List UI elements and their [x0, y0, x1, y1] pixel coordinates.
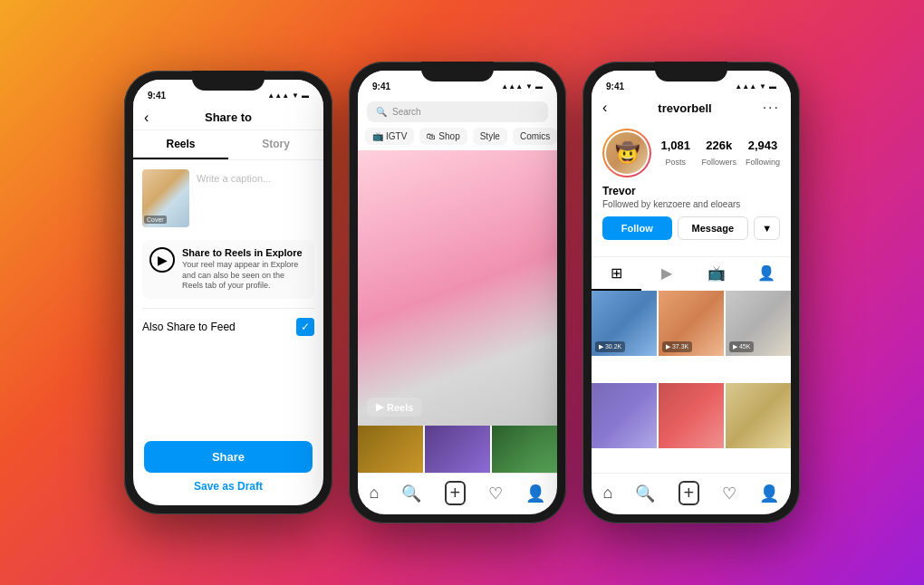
style-label: Style	[480, 131, 500, 141]
igtv-label: IGTV	[386, 131, 407, 141]
status-icons-3: ▲▲▲ ▼ ▬	[735, 82, 776, 91]
tab-story[interactable]: Story	[228, 130, 323, 159]
profile-name: Trevor	[602, 185, 780, 197]
cover-thumbnail[interactable]: Cover	[142, 169, 189, 227]
message-button[interactable]: Message	[678, 216, 749, 240]
header-title: Share to	[205, 110, 252, 124]
more-options-button[interactable]: ···	[763, 100, 780, 116]
wifi-icon-3: ▼	[759, 82, 766, 91]
posts-stat: 1,081 Posts	[659, 139, 692, 168]
profile-post-6[interactable]	[726, 383, 791, 448]
home-icon-3[interactable]: ⌂	[603, 484, 613, 503]
status-time-1: 9:41	[148, 91, 166, 101]
profile-stats-row: 🤠 1,081 Posts 226k Followers 2,943 Follo…	[602, 129, 780, 177]
also-share-row: Also Share to Feed ✓	[142, 308, 314, 345]
explore-desc: Your reel may appear in Explore and can …	[182, 260, 307, 292]
reels-icon: ▶	[149, 247, 175, 273]
wifi-icon: ▼	[292, 91, 299, 100]
phone-2-explore: 9:41 ▲▲▲ ▼ ▬ 🔍 Search 📺 IGTV 🛍 Shop Styl	[349, 62, 566, 523]
share-footer: Share Save as Draft	[133, 432, 323, 505]
add-nav-icon[interactable]: +	[445, 481, 467, 505]
search-icon-3[interactable]: 🔍	[635, 484, 655, 503]
battery-icon-3: ▬	[769, 82, 776, 91]
bottom-nav-2: ⌂ 🔍 + ♡ 👤	[358, 473, 557, 514]
followers-label: Followers	[701, 158, 736, 167]
search-nav-icon[interactable]: 🔍	[401, 484, 421, 503]
grid-cell-1[interactable]	[358, 426, 423, 473]
follow-button[interactable]: Follow	[602, 216, 672, 240]
wifi-icon-2: ▼	[525, 82, 533, 91]
reels-label: Reels	[387, 402, 413, 413]
share-header: ‹ Share to	[133, 105, 323, 130]
explore-title: Share to Reels in Explore	[182, 247, 307, 258]
shop-icon: 🛍	[427, 131, 436, 141]
battery-icon: ▬	[302, 91, 309, 100]
profile-post-1[interactable]: ▶ 30.2K	[592, 291, 657, 356]
view-count-1: ▶ 30.2K	[595, 341, 625, 352]
tabs-row: Reels Story	[133, 130, 323, 160]
profile-back-button[interactable]: ‹	[602, 100, 607, 116]
save-draft-button[interactable]: Save as Draft	[144, 480, 313, 493]
also-share-checkbox[interactable]: ✓	[296, 318, 314, 336]
category-igtv[interactable]: 📺 IGTV	[365, 128, 414, 145]
category-comics[interactable]: Comics	[513, 128, 557, 145]
shop-label: Shop	[438, 131, 459, 141]
caption-input[interactable]: Write a caption...	[197, 169, 314, 227]
following-stat: 2,943 Following	[746, 139, 780, 168]
profile-post-3[interactable]: ▶ 45K	[726, 291, 791, 356]
explore-text: Share to Reels in Explore Your reel may …	[182, 247, 307, 292]
bottom-nav-3: ⌂ 🔍 + ♡ 👤	[592, 473, 791, 514]
add-icon-3[interactable]: +	[679, 481, 700, 505]
reel-person	[358, 150, 557, 426]
profile-grid: ▶ 30.2K ▶ 37.3K ▶ 45K	[592, 291, 791, 473]
view-count-3: ▶ 45K	[729, 341, 754, 352]
share-content: Cover Write a caption... ▶ Share to Reel…	[133, 160, 323, 432]
status-icons-2: ▲▲▲ ▼ ▬	[501, 82, 543, 91]
followed-by: Followed by kenzoere and eloears	[602, 199, 780, 209]
profile-post-5[interactable]	[659, 383, 724, 448]
status-time-2: 9:41	[372, 82, 390, 91]
profile-nav-icon[interactable]: 👤	[525, 484, 545, 503]
category-style[interactable]: Style	[473, 128, 507, 145]
battery-icon-2: ▬	[535, 82, 543, 91]
grid-cell-2[interactable]	[425, 426, 490, 473]
profile-post-4[interactable]	[592, 383, 657, 448]
tab-reels[interactable]: ▶	[641, 257, 691, 291]
share-button[interactable]: Share	[144, 441, 313, 473]
grid-cell-3[interactable]	[492, 426, 557, 473]
heart-icon-3[interactable]: ♡	[722, 484, 736, 503]
also-share-label: Also Share to Feed	[142, 321, 236, 333]
tab-tagged[interactable]: 👤	[741, 257, 791, 291]
tab-igtv[interactable]: 📺	[691, 257, 741, 291]
main-reel-image[interactable]: ▶ Reels	[358, 150, 557, 426]
heart-nav-icon[interactable]: ♡	[488, 484, 503, 503]
back-button[interactable]: ‹	[144, 110, 149, 126]
explore-section: ▶ Share to Reels in Explore Your reel ma…	[142, 240, 314, 299]
stats-grid: 1,081 Posts 226k Followers 2,943 Followi…	[659, 139, 780, 168]
dropdown-button[interactable]: ▼	[754, 216, 780, 240]
notch-1	[192, 71, 265, 91]
phone-1-share: 9:41 ▲▲▲ ▼ ▬ ‹ Share to Reels Story Cove…	[124, 71, 332, 514]
cover-label: Cover	[144, 216, 167, 224]
status-time-3: 9:41	[606, 82, 624, 91]
signal-icon-3: ▲▲▲	[735, 82, 756, 91]
profile-post-2[interactable]: ▶ 37.3K	[659, 291, 724, 356]
tab-grid[interactable]: ⊞	[592, 257, 641, 291]
explore-grid	[358, 426, 557, 473]
reels-badge: ▶ Reels	[367, 398, 422, 417]
posts-count: 1,081	[659, 139, 692, 152]
phone-3-profile: 9:41 ▲▲▲ ▼ ▬ ‹ trevorbell ··· 🤠	[582, 62, 800, 523]
category-shop[interactable]: 🛍 Shop	[419, 128, 467, 145]
profile-icon-3[interactable]: 👤	[759, 484, 779, 503]
profile-actions: Follow Message ▼	[602, 216, 780, 240]
home-nav-icon[interactable]: ⌂	[370, 484, 380, 503]
followers-stat: 226k Followers	[701, 139, 736, 168]
search-text: Search	[392, 107, 421, 117]
search-bar[interactable]: 🔍 Search	[367, 101, 548, 122]
following-count: 2,943	[746, 139, 780, 152]
tab-reels[interactable]: Reels	[133, 130, 228, 159]
caption-row: Cover Write a caption...	[142, 169, 314, 227]
reels-icon-badge: ▶	[376, 401, 383, 413]
signal-icon-2: ▲▲▲	[501, 82, 523, 91]
avatar-image: 🤠	[604, 130, 650, 176]
